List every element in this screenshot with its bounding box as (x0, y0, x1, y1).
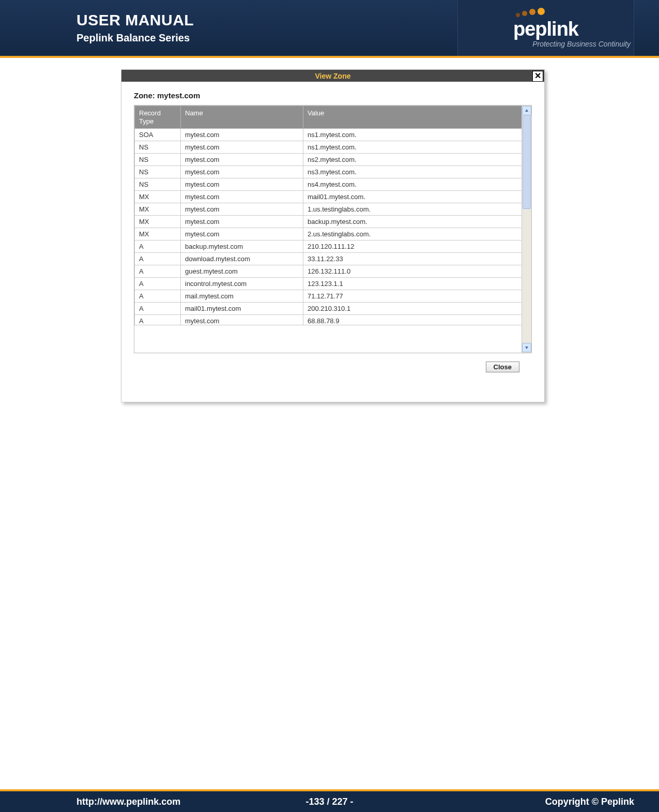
table-cell: ns1.mytest.com. (303, 129, 522, 141)
doc-header: USER MANUAL Peplink Balance Series pepli… (0, 0, 659, 58)
table-cell: NS (135, 166, 181, 178)
brand-logo: peplink Protecting Business Continuity (457, 0, 634, 56)
table-cell: A (135, 290, 181, 303)
logo-dots-icon (516, 8, 545, 17)
scroll-down-icon[interactable] (522, 343, 531, 352)
table-cell: 210.120.111.12 (303, 240, 522, 253)
table-cell: mail.mytest.com (181, 290, 303, 303)
table-cell: NS (135, 178, 181, 191)
table-cell: A (135, 303, 181, 315)
table-cell: 33.11.22.33 (303, 253, 522, 265)
table-cell: mytest.com (181, 315, 303, 325)
dialog-titlebar: View Zone ✕ (121, 70, 544, 82)
table-cell: MX (135, 216, 181, 228)
table-cell: SOA (135, 129, 181, 141)
table-cell: ns4.mytest.com. (303, 178, 522, 191)
table-row: Amytest.com68.88.78.9 (135, 315, 522, 325)
table-cell: 68.88.78.9 (303, 315, 522, 325)
table-row: MXmytest.com2.us.testinglabs.com. (135, 228, 522, 240)
table-cell: mytest.com (181, 166, 303, 178)
table-row: Adownload.mytest.com33.11.22.33 (135, 253, 522, 265)
table-row: Abackup.mytest.com210.120.111.12 (135, 240, 522, 253)
logo-tagline: Protecting Business Continuity (532, 40, 631, 48)
footer-copyright: Copyright © Peplink (545, 796, 634, 807)
table-row: Amail01.mytest.com200.210.310.1 (135, 303, 522, 315)
table-row: NSmytest.comns2.mytest.com. (135, 154, 522, 166)
doc-footer: http://www.peplink.com -133 / 227 - Copy… (0, 789, 659, 812)
table-cell: 200.210.310.1 (303, 303, 522, 315)
vertical-scrollbar[interactable] (522, 106, 531, 353)
table-cell: 2.us.testinglabs.com. (303, 228, 522, 240)
col-record-type: Record Type (135, 106, 181, 129)
table-cell: mytest.com (181, 154, 303, 166)
table-row: Aguest.mytest.com126.132.111.0 (135, 265, 522, 278)
table-cell: ns1.mytest.com. (303, 141, 522, 154)
table-row: SOAmytest.comns1.mytest.com. (135, 129, 522, 141)
table-cell: A (135, 265, 181, 278)
table-row: NSmytest.comns3.mytest.com. (135, 166, 522, 178)
table-cell: A (135, 278, 181, 290)
table-row: MXmytest.com1.us.testinglabs.com. (135, 203, 522, 216)
col-name: Name (181, 106, 303, 129)
table-cell: NS (135, 141, 181, 154)
col-value: Value (303, 106, 522, 129)
doc-title: USER MANUAL (76, 11, 194, 29)
table-cell: mail01.mytest.com. (303, 191, 522, 203)
table-row: NSmytest.comns4.mytest.com. (135, 178, 522, 191)
table-cell: 71.12.71.77 (303, 290, 522, 303)
table-cell: mytest.com (181, 141, 303, 154)
table-row: Aincontrol.mytest.com123.123.1.1 (135, 278, 522, 290)
table-cell: 126.132.111.0 (303, 265, 522, 278)
logo-text: peplink (513, 19, 578, 39)
table-cell: A (135, 240, 181, 253)
table-cell: NS (135, 154, 181, 166)
table-cell: mytest.com (181, 129, 303, 141)
table-cell: guest.mytest.com (181, 265, 303, 278)
table-cell: mytest.com (181, 216, 303, 228)
table-cell: A (135, 253, 181, 265)
dialog-title: View Zone (315, 72, 351, 80)
close-button[interactable]: Close (486, 362, 519, 372)
doc-subtitle: Peplink Balance Series (76, 32, 194, 44)
table-cell: mytest.com (181, 228, 303, 240)
table-cell: backup.mytest.com (181, 240, 303, 253)
table-cell: A (135, 315, 181, 325)
table-cell: MX (135, 228, 181, 240)
svg-marker-1 (525, 347, 528, 349)
table-row: Amail.mytest.com71.12.71.77 (135, 290, 522, 303)
table-cell: 123.123.1.1 (303, 278, 522, 290)
close-icon[interactable]: ✕ (532, 71, 543, 82)
table-cell: mytest.com (181, 203, 303, 216)
table-row: MXmytest.commail01.mytest.com. (135, 191, 522, 203)
table-cell: MX (135, 191, 181, 203)
table-cell: ns3.mytest.com. (303, 166, 522, 178)
table-cell: MX (135, 203, 181, 216)
table-cell: 1.us.testinglabs.com. (303, 203, 522, 216)
scroll-up-icon[interactable] (522, 106, 531, 115)
zone-label: Zone: mytest.com (134, 91, 532, 100)
table-row: NSmytest.comns1.mytest.com. (135, 141, 522, 154)
dns-records-table: Record Type Name Value SOAmytest.comns1.… (134, 106, 522, 325)
table-row: MXmytest.combackup.mytest.com. (135, 216, 522, 228)
svg-marker-0 (525, 109, 528, 112)
scroll-thumb[interactable] (523, 115, 531, 209)
dns-table-container: Record Type Name Value SOAmytest.comns1.… (134, 105, 532, 353)
table-cell: mytest.com (181, 191, 303, 203)
table-cell: download.mytest.com (181, 253, 303, 265)
view-zone-dialog: View Zone ✕ Zone: mytest.com Record Type… (121, 69, 545, 402)
table-cell: incontrol.mytest.com (181, 278, 303, 290)
table-cell: mytest.com (181, 178, 303, 191)
table-cell: ns2.mytest.com. (303, 154, 522, 166)
table-cell: backup.mytest.com. (303, 216, 522, 228)
table-cell: mail01.mytest.com (181, 303, 303, 315)
footer-url: http://www.peplink.com (76, 796, 180, 807)
